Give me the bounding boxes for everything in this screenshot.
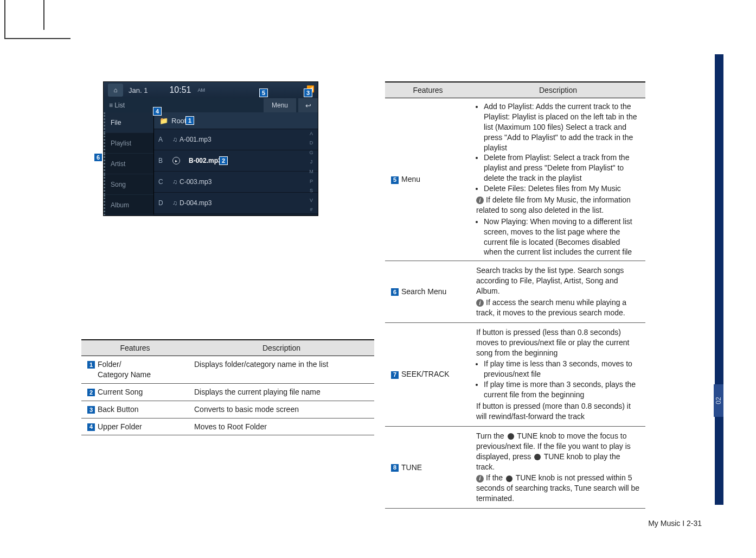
info-icon: i (476, 475, 484, 483)
side-item-playlist[interactable]: Playlist (104, 133, 153, 154)
info-icon: i (476, 299, 484, 307)
track-name: C-003.mp3 (172, 178, 212, 186)
tune-p1: Turn the TUNE knob to move the focus to … (476, 431, 640, 472)
callout-6: 6 (94, 153, 102, 162)
menu-bul2: Delete from Playlist: Select a track fro… (484, 153, 640, 183)
features-table-right: Features Description 5Menu Add to Playli… (385, 81, 645, 509)
section-tab-label: 02 (715, 397, 722, 404)
section-tab: 02 (714, 384, 723, 417)
tune-desc: Turn the TUNE knob to move the focus to … (471, 426, 645, 508)
feat-label: Back Button (98, 405, 139, 414)
home-icon[interactable]: ⌂ (108, 84, 123, 97)
badge-4: 4 (87, 423, 95, 432)
features-table-left: Features Description 1Folder/ Category N… (81, 339, 374, 435)
callout-3: 3 (304, 88, 312, 97)
menu-bul3: Delete Files: Deletes files from My Musi… (484, 183, 640, 194)
track-list: 📁 Root 4 1 A A-001.mp3 B ▸ B-002.mp3 2 C (154, 112, 318, 214)
root-folder-row[interactable]: 📁 Root 4 1 (154, 112, 318, 129)
th-description: Description (471, 82, 645, 98)
track-row[interactable]: C C-003.mp3 (154, 172, 318, 193)
index-letter: # (307, 207, 316, 212)
search-info1: If access the search menu while playing … (476, 298, 626, 317)
callout-1: 1 (185, 116, 194, 125)
row-letter: D (158, 199, 166, 207)
track-row[interactable]: D D-004.mp3 (154, 193, 318, 214)
screenshot-body: File Playlist Artist Song Album 📁 Root 4… (104, 112, 318, 214)
row-letter: A (158, 136, 166, 143)
badge-5: 5 (390, 176, 399, 185)
index-letter: A (307, 131, 316, 136)
feat-label: SEEK/TRACK (401, 370, 450, 378)
knob-icon (534, 454, 541, 460)
callout-2: 2 (219, 156, 228, 165)
feat-desc: Converts to basic mode screen (189, 401, 374, 418)
page-footer: My Music I 2-31 (648, 519, 702, 528)
seek-p1: If button is pressed (less than 0.8 seco… (476, 327, 640, 358)
sub-bar: ≡ List Menu 5 ↩ 3 (104, 98, 318, 112)
knob-icon (508, 433, 514, 440)
alpha-index[interactable]: A D G J M P S V # (307, 129, 316, 214)
feat-label: Current Song (98, 388, 143, 396)
status-clock-suffix: AM (197, 87, 205, 93)
info-icon: i (476, 196, 484, 204)
row-letter: C (158, 178, 166, 186)
index-letter: G (307, 150, 316, 155)
side-menu: File Playlist Artist Song Album (104, 112, 154, 214)
index-letter: V (307, 198, 316, 203)
feat-label: Upper Folder (98, 422, 142, 431)
th-description: Description (189, 340, 374, 356)
badge-1: 1 (87, 360, 95, 369)
edge-blue-bar (715, 54, 723, 505)
search-p1: Search tracks by the list type. Search s… (476, 265, 640, 296)
status-bar: ⌂ Jan. 1 10:51AM 📶 (104, 82, 318, 98)
side-item-artist[interactable]: Artist (104, 154, 153, 174)
track-name: D-004.mp3 (172, 199, 212, 207)
badge-8: 8 (390, 464, 399, 472)
callout-5: 5 (259, 88, 268, 97)
badge-3: 3 (87, 405, 95, 414)
menu-info1: If delete file from My Music, the inform… (476, 195, 631, 214)
seek-desc: If button is pressed (less than 0.8 seco… (471, 322, 645, 426)
device-screenshot: ⌂ Jan. 1 10:51AM 📶 ≡ List Menu 5 ↩ 3 Fil… (103, 81, 318, 216)
badge-2: 2 (87, 388, 95, 397)
seek-bul1: If play time is less than 3 seconds, mov… (484, 359, 640, 379)
side-item-album[interactable]: Album (104, 195, 153, 215)
index-letter: P (307, 179, 316, 184)
tune-info: iIf the TUNE knob is not pressed within … (476, 473, 640, 504)
track-name: A-001.mp3 (172, 136, 212, 143)
status-date: Jan. 1 (129, 86, 148, 94)
badge-6: 6 (390, 288, 399, 296)
seek-bul2: If play time is more than 3 seconds, pla… (484, 379, 640, 400)
side-item-song[interactable]: Song (104, 174, 153, 195)
track-row[interactable]: A A-001.mp3 (154, 129, 318, 150)
row-letter: B (158, 157, 166, 164)
callout-4: 4 (153, 107, 162, 116)
play-icon: ▸ (172, 157, 180, 164)
tune-p1a: Turn the (476, 432, 507, 440)
root-label: Root (171, 117, 186, 125)
feat-label: TUNE (401, 463, 422, 472)
index-letter: J (307, 159, 316, 164)
feat-label: Menu (401, 175, 420, 183)
manual-page: 02 ⌂ Jan. 1 10:51AM 📶 ≡ List Menu 5 ↩ 3 … (33, 0, 723, 558)
th-features: Features (385, 82, 471, 98)
track-row-playing[interactable]: B ▸ B-002.mp3 2 (154, 150, 318, 172)
list-label: ≡ List (104, 102, 158, 109)
side-item-file[interactable]: File (104, 112, 153, 133)
menu-bul4: Now Playing: When moving to a different … (484, 217, 640, 258)
track-name: B-002.mp3 (189, 157, 222, 164)
badge-7: 7 (390, 371, 399, 379)
feat-label: Search Menu (401, 287, 446, 296)
tune-info1a: If the (486, 473, 505, 482)
menu-bul1: Add to Playlist: Adds the current track … (484, 102, 640, 153)
back-button[interactable]: ↩ 3 (298, 98, 318, 112)
status-clock: 10:51 (169, 85, 191, 95)
menu-button-label: Menu (272, 102, 288, 109)
menu-desc: Add to Playlist: Adds the current track … (471, 98, 645, 261)
feat-desc: Moves to Root Folder (189, 418, 374, 435)
menu-button[interactable]: Menu 5 (264, 98, 296, 112)
knob-icon (506, 475, 512, 482)
seek-p2: If button is pressed (more than 0.8 seco… (476, 401, 640, 422)
index-letter: M (307, 169, 316, 174)
feat-desc: Displays the current playing file name (189, 383, 374, 401)
